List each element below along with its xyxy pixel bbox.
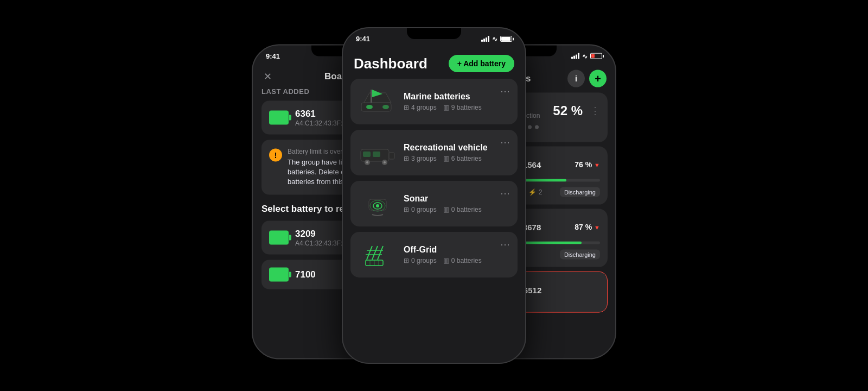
rv-batteries: ▥ 6 batteries (443, 155, 482, 162)
sonar-icon (358, 188, 397, 219)
battery-icon-marine: ▥ (443, 104, 449, 111)
dashboard-item-marine[interactable]: Marine batteries ⊞ 4 groups ▥ 9 batterie… (350, 79, 518, 124)
group-percent: 52 % (553, 103, 583, 118)
battery-icon-green (269, 111, 289, 125)
signal-icon-center (481, 36, 489, 42)
svg-point-17 (376, 204, 379, 207)
marine-batteries: ▥ 9 batteries (443, 104, 482, 111)
svg-rect-8 (363, 152, 371, 157)
more-icon-marine[interactable]: ⋯ (500, 85, 510, 97)
offgrid-name: Off-Grid (404, 245, 510, 255)
battery-percent-3678: 87 % ▼ (575, 223, 600, 231)
status-time-left: 9:41 (266, 52, 280, 60)
sonar-name: Sonar (404, 194, 510, 204)
battery-icon-rv: ▥ (443, 155, 449, 162)
add-battery-button[interactable]: + Add battery (449, 55, 514, 72)
dashboard-list: Marine batteries ⊞ 4 groups ▥ 9 batterie… (343, 79, 525, 278)
group-icon-offgrid: ⊞ (404, 257, 409, 264)
marine-groups: ⊞ 4 groups (404, 104, 437, 111)
cells-icon-1564: ⚡ (528, 188, 537, 196)
warning-icon: ! (269, 149, 282, 162)
status-badge-3678: Discharging (560, 250, 600, 260)
wifi-icon-center: ∿ (492, 35, 497, 43)
battery-icon-sonar: ▥ (443, 206, 449, 213)
group-icon-sonar: ⊞ (404, 206, 409, 213)
battery-green-icon-7100 (269, 267, 289, 281)
add-group-button[interactable]: + (589, 70, 607, 87)
battery-icon-right (590, 53, 602, 59)
dot-2 (528, 125, 532, 129)
rv-name: Recreational vehicle (404, 143, 510, 153)
cells-stat-1564: ⚡ 2 (528, 188, 542, 196)
svg-line-19 (372, 246, 378, 260)
offgrid-batteries: ▥ 0 batteries (443, 257, 482, 264)
status-icons-center: ∿ (481, 35, 512, 43)
rv-groups: ⊞ 3 groups (404, 155, 437, 162)
sonar-groups: ⊞ 0 groups (404, 206, 437, 213)
offgrid-icon (358, 239, 397, 270)
battery-icon-center (500, 36, 512, 42)
battery-num-7100: 7100 (295, 269, 316, 280)
svg-rect-7 (389, 153, 394, 159)
close-button[interactable]: ✕ (264, 71, 272, 83)
status-time-center: 9:41 (356, 35, 370, 43)
rv-icon (358, 137, 397, 168)
dashboard-header: Dashboard + Add battery (343, 46, 525, 79)
status-icons-right: ∿ (571, 52, 602, 60)
battery-icon-offgrid: ▥ (443, 257, 449, 264)
dashboard-item-offgrid[interactable]: Off-Grid ⊞ 0 groups ▥ 0 batteries ⋯ (350, 232, 518, 278)
svg-rect-9 (373, 152, 380, 157)
svg-point-13 (384, 161, 386, 163)
group-icon-rv: ⊞ (404, 155, 409, 162)
dashboard-item-rv[interactable]: Recreational vehicle ⊞ 3 groups ▥ 6 batt… (350, 130, 518, 175)
dot-3 (535, 125, 539, 129)
marine-icon (358, 86, 397, 117)
dashboard-title: Dashboard (354, 55, 427, 72)
more-icon-offgrid[interactable]: ⋯ (500, 238, 510, 250)
more-icon-sonar[interactable]: ⋯ (500, 187, 510, 199)
sonar-batteries: ▥ 0 batteries (443, 206, 482, 213)
info-button[interactable]: i (567, 70, 585, 87)
group-icon-marine: ⊞ (404, 104, 409, 111)
offgrid-groups: ⊞ 0 groups (404, 257, 437, 264)
center-phone: 9:41 ∿ Dashboard + Add battery (342, 27, 526, 364)
svg-line-18 (367, 246, 372, 260)
more-icon-rv[interactable]: ⋯ (500, 136, 510, 148)
svg-point-12 (366, 161, 368, 163)
marine-name: Marine batteries (404, 92, 510, 102)
svg-rect-2 (371, 90, 372, 103)
battery-percent-1564: 76 % ▼ (575, 160, 600, 169)
notch-center (407, 28, 461, 39)
wifi-icon-right: ∿ (582, 52, 588, 60)
battery-green-icon-3209 (269, 230, 289, 244)
group-more-icon[interactable]: ⋮ (590, 105, 600, 117)
status-badge-1564: Discharging (560, 187, 600, 197)
svg-line-20 (378, 246, 383, 260)
svg-point-4 (366, 105, 373, 109)
down-arrow-1564: ▼ (594, 162, 600, 168)
signal-icon-right (571, 53, 579, 59)
down-arrow-3678: ▼ (594, 224, 600, 231)
svg-point-5 (382, 105, 389, 109)
dashboard-item-sonar[interactable]: Sonar ⊞ 0 groups ▥ 0 batteries ⋯ (350, 181, 518, 226)
